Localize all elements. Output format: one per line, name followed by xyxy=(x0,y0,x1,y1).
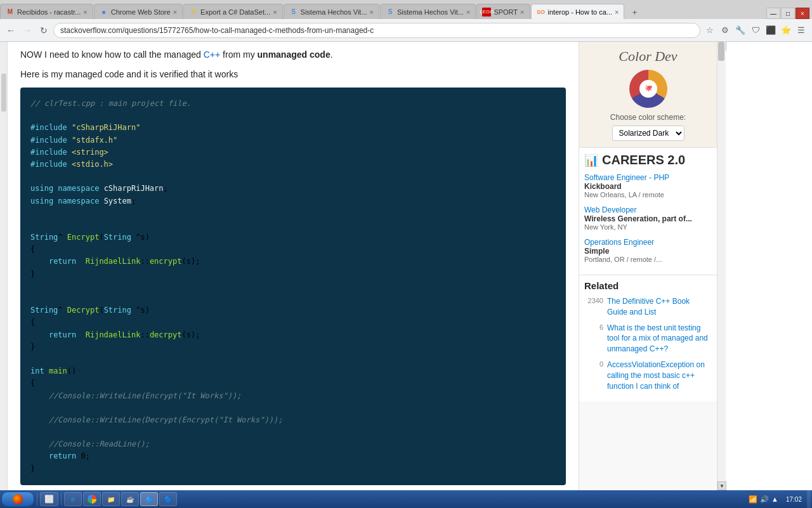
new-tab-button[interactable]: + xyxy=(627,5,641,19)
intro-paragraph-1: NOW I need to know how to call the manag… xyxy=(20,48,566,62)
tab-sistema1-close[interactable]: × xyxy=(370,8,374,16)
tab-chrome-store[interactable]: ● Chrome Web Store × xyxy=(94,4,183,19)
main-content: NOW I need to know how to call the manag… xyxy=(8,42,579,490)
taskbar-btn-6[interactable]: 🔵 xyxy=(159,492,177,506)
intro-paragraph-2: Here is my managed code and it is verifi… xyxy=(20,68,566,81)
minimize-button[interactable]: — xyxy=(766,8,780,19)
extension3-icon[interactable]: ⬛ xyxy=(764,23,778,37)
tab-sport[interactable]: LEGO SPORT × xyxy=(476,4,530,19)
tray-arrow-icon[interactable]: ▲ xyxy=(771,495,778,503)
careers-header: 📊 CAREERS 2.0 xyxy=(584,153,712,167)
settings-icon[interactable]: ⚙ xyxy=(718,23,732,37)
job-3-location: Portland, OR / remote /... xyxy=(584,256,712,263)
reload-button[interactable]: ↻ xyxy=(37,23,51,37)
taskbar-vs-button[interactable]: 🔷 xyxy=(140,492,158,506)
related-1-link[interactable]: The Definitive C++ Book Guide and List xyxy=(607,296,712,318)
taskbar-divider-1 xyxy=(37,493,37,505)
extension2-icon[interactable]: 🛡 xyxy=(749,23,763,37)
tab-gmail-label: Recibidos - racastr... xyxy=(17,8,81,16)
show-desktop-strip[interactable] xyxy=(807,490,811,508)
related-2-count: 6 xyxy=(584,323,603,331)
tab-gmail-close[interactable]: × xyxy=(83,8,87,16)
sistema2-favicon: S xyxy=(386,8,395,16)
browser-chrome: M Recibidos - racastr... × ● Chrome Web … xyxy=(0,0,812,42)
chrome-menu-icon[interactable]: ☰ xyxy=(794,23,808,37)
gmail-favicon: M xyxy=(6,8,15,16)
job-3-title[interactable]: Operations Engineer xyxy=(584,238,654,247)
related-3-count: 0 xyxy=(584,360,603,368)
related-item-2: 6 What is the best unit testing tool for… xyxy=(584,323,712,355)
tab-sistema1-label: Sistema Hechos Vit... xyxy=(301,8,367,16)
scrollbar-down-arrow[interactable]: ▼ xyxy=(717,481,726,490)
tray-network-icon[interactable]: 📶 xyxy=(749,495,757,504)
taskbar-divider-2 xyxy=(61,493,62,505)
forward-button[interactable]: → xyxy=(20,23,34,37)
tray-volume-icon[interactable]: 🔊 xyxy=(760,495,769,504)
java-icon: ☕ xyxy=(126,495,134,504)
page-content: NOW I need to know how to call the manag… xyxy=(0,42,812,490)
cpp-link[interactable]: C++ xyxy=(204,49,220,60)
tab-sport-close[interactable]: × xyxy=(520,8,524,16)
tab-sistema2[interactable]: S Sistema Hechos Vit... × xyxy=(380,4,476,19)
bookmark-star-icon[interactable]: ☆ xyxy=(703,23,717,37)
taskbar-java-button[interactable]: ☕ xyxy=(121,492,139,506)
tab-gmail[interactable]: M Recibidos - racastr... × xyxy=(0,4,93,19)
tab-sport-label: SPORT xyxy=(494,8,518,16)
taskbar-ie-button[interactable]: e xyxy=(64,492,82,506)
page-scrollbar[interactable]: ▲ ▼ xyxy=(717,42,726,490)
url-input[interactable] xyxy=(53,23,700,38)
left-scrollbar[interactable] xyxy=(0,42,8,490)
show-desktop-icon: ⬜ xyxy=(44,495,54,504)
taskbar-explorer-button[interactable]: 📁 xyxy=(102,492,120,506)
colordev-widget: Color Dev 🐙 Choose color scheme: Solariz… xyxy=(579,42,717,148)
job-1-title[interactable]: Software Engineer - PHP xyxy=(584,173,669,182)
extension1-icon[interactable]: 🔧 xyxy=(733,23,747,37)
export-favicon: S xyxy=(189,8,198,16)
tab-sistema2-close[interactable]: × xyxy=(466,8,470,16)
colordev-github-icon: 🐙 xyxy=(634,75,662,103)
scrollbar-thumb[interactable] xyxy=(718,42,724,61)
tab-bar: M Recibidos - racastr... × ● Chrome Web … xyxy=(0,0,812,19)
colordev-scheme-select[interactable]: Solarized Dark Solarized Light Monokai D… xyxy=(612,126,684,141)
colordev-title: Color Dev xyxy=(586,48,710,65)
tab-export-csharp[interactable]: S Export a C# DataSet... × xyxy=(183,4,283,19)
sistema1-favicon: S xyxy=(289,8,298,16)
job-item-2: Web Developer Wireless Generation, part … xyxy=(584,205,712,231)
tab-interop[interactable]: SO interop - How to ca... × xyxy=(531,4,625,19)
job-1-company: Kickboard xyxy=(584,182,712,191)
job-2-title[interactable]: Web Developer xyxy=(584,205,637,214)
colordev-choose-text: Choose color scheme: xyxy=(586,113,710,122)
taskbar-icon-6: 🔵 xyxy=(164,495,173,504)
show-desktop-button[interactable]: ⬜ xyxy=(40,492,58,506)
start-button[interactable] xyxy=(1,492,34,507)
taskbar-clock[interactable]: 17:02 xyxy=(782,496,806,503)
close-button[interactable]: × xyxy=(796,8,809,19)
window-controls: — □ × xyxy=(766,8,812,19)
related-item-3: 0 AccessViolationException on calling th… xyxy=(584,360,712,391)
chrome-taskbar-icon xyxy=(88,495,96,504)
tab-chrome-store-close[interactable]: × xyxy=(173,8,177,16)
taskbar: ⬜ e 📁 ☕ 🔷 🔵 📶 🔊 ▲ 17:02 xyxy=(0,490,812,508)
tab-interop-label: interop - How to ca... xyxy=(548,8,613,16)
tab-interop-close[interactable]: × xyxy=(615,8,619,16)
address-bar: ← → ↻ ☆ ⚙ 🔧 🛡 ⬛ ⭐ ☰ xyxy=(0,19,812,42)
job-2-company: Wireless Generation, part of... xyxy=(584,214,712,223)
svg-text:🐙: 🐙 xyxy=(644,84,652,92)
explorer-icon: 📁 xyxy=(107,495,115,504)
related-section: Related 2340 The Definitive C++ Book Gui… xyxy=(579,275,717,401)
chrome-store-favicon: ● xyxy=(100,8,108,16)
maximize-button[interactable]: □ xyxy=(781,8,795,19)
tab-export-close[interactable]: × xyxy=(273,8,277,16)
taskbar-chrome-button[interactable] xyxy=(83,492,101,506)
scrollbar-track xyxy=(717,42,726,490)
ie-icon: e xyxy=(69,495,77,504)
colordev-logo: 🐙 xyxy=(629,70,667,108)
related-item-1: 2340 The Definitive C++ Book Guide and L… xyxy=(584,296,712,318)
related-2-link[interactable]: What is the best unit testing tool for a… xyxy=(607,323,712,355)
related-3-link[interactable]: AccessViolationException on calling the … xyxy=(607,360,712,391)
extension4-icon[interactable]: ⭐ xyxy=(779,23,793,37)
back-button[interactable]: ← xyxy=(4,23,18,37)
tab-sistema1[interactable]: S Sistema Hechos Vit... × xyxy=(284,4,379,19)
careers-section: 📊 CAREERS 2.0 Software Engineer - PHP Ki… xyxy=(579,148,717,275)
vs-icon: 🔷 xyxy=(145,495,154,504)
